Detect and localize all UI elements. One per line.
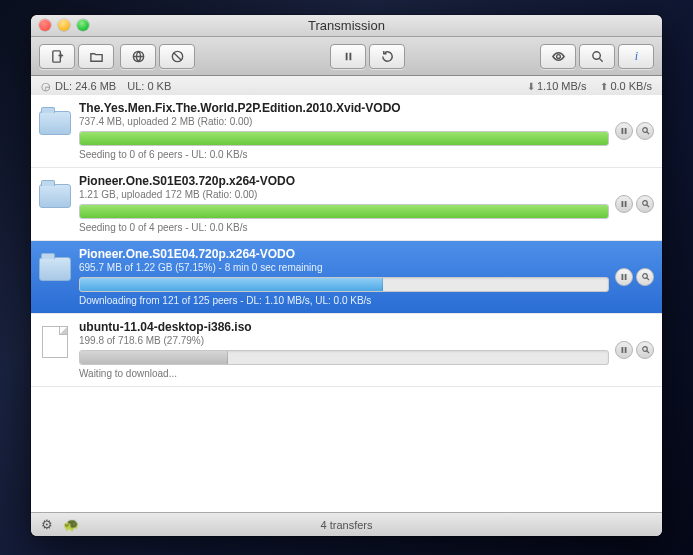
- svg-line-15: [646, 132, 648, 134]
- torrent-row[interactable]: ubuntu-11.04-desktop-i386.iso199.8 of 71…: [31, 314, 662, 387]
- svg-point-14: [642, 128, 647, 133]
- svg-rect-20: [622, 274, 624, 280]
- reveal-button[interactable]: [636, 195, 654, 213]
- close-button[interactable]: [39, 19, 51, 31]
- pause-button[interactable]: [615, 195, 633, 213]
- torrent-status: Downloading from 121 of 125 peers - DL: …: [79, 295, 609, 306]
- svg-line-23: [646, 278, 648, 280]
- progress-bar: [79, 350, 609, 365]
- reveal-button[interactable]: [636, 122, 654, 140]
- row-controls: [615, 195, 654, 213]
- progress-fill: [80, 132, 609, 145]
- stats-bar: ◶ DL: 24.6 MB UL: 0 KB ⬇1.10 MB/s ⬆0.0 K…: [31, 76, 662, 97]
- torrent-subtitle: 695.7 MB of 1.22 GB (57.15%) - 8 min 0 s…: [79, 262, 609, 273]
- folder-icon: [39, 111, 71, 135]
- torrent-list[interactable]: The.Yes.Men.Fix.The.World.P2P.Edition.20…: [31, 95, 662, 513]
- pause-button[interactable]: [615, 268, 633, 286]
- open-url-button[interactable]: [120, 44, 156, 69]
- torrent-body: The.Yes.Men.Fix.The.World.P2P.Edition.20…: [79, 101, 609, 160]
- progress-fill: [80, 351, 228, 364]
- row-controls: [615, 341, 654, 359]
- zoom-button[interactable]: [77, 19, 89, 31]
- svg-rect-21: [625, 274, 627, 280]
- svg-rect-17: [625, 201, 627, 207]
- torrent-status: Waiting to download...: [79, 368, 609, 379]
- svg-rect-7: [349, 52, 351, 60]
- torrent-row[interactable]: The.Yes.Men.Fix.The.World.P2P.Edition.20…: [31, 95, 662, 168]
- traffic-lights: [39, 19, 89, 31]
- open-file-button[interactable]: [78, 44, 114, 69]
- create-torrent-button[interactable]: [39, 44, 75, 69]
- torrent-icon: [39, 107, 71, 139]
- torrent-title: Pioneer.One.S01E03.720p.x264-VODO: [79, 174, 609, 188]
- transfer-count: 4 transfers: [31, 519, 662, 531]
- titlebar[interactable]: Transmission: [31, 15, 662, 37]
- ul-total: UL: 0 KB: [127, 80, 171, 92]
- progress-bar: [79, 277, 609, 292]
- up-arrow-icon: ⬆: [600, 81, 608, 92]
- svg-text:i: i: [634, 49, 638, 63]
- toolbar: i: [31, 37, 662, 76]
- svg-point-18: [642, 201, 647, 206]
- row-controls: [615, 268, 654, 286]
- torrent-subtitle: 1.21 GB, uploaded 172 MB (Ratio: 0.00): [79, 189, 609, 200]
- torrent-row[interactable]: Pioneer.One.S01E03.720p.x264-VODO1.21 GB…: [31, 168, 662, 241]
- svg-rect-16: [622, 201, 624, 207]
- resume-all-button[interactable]: [369, 44, 405, 69]
- down-arrow-icon: ⬇: [527, 81, 535, 92]
- svg-point-9: [592, 51, 600, 59]
- svg-line-10: [599, 58, 602, 61]
- torrent-status: Seeding to 0 of 4 peers - UL: 0.0 KB/s: [79, 222, 609, 233]
- dl-total: DL: 24.6 MB: [55, 80, 116, 92]
- svg-rect-12: [622, 128, 624, 134]
- bottom-bar: ⚙ 🐢 4 transfers: [31, 512, 662, 536]
- torrent-title: Pioneer.One.S01E04.720p.x264-VODO: [79, 247, 609, 261]
- torrent-title: ubuntu-11.04-desktop-i386.iso: [79, 320, 609, 334]
- progress-fill: [80, 205, 609, 218]
- progress-bar: [79, 204, 609, 219]
- svg-point-26: [642, 347, 647, 352]
- svg-rect-24: [622, 347, 624, 353]
- torrent-body: Pioneer.One.S01E04.720p.x264-VODO695.7 M…: [79, 247, 609, 306]
- svg-line-19: [646, 205, 648, 207]
- file-icon: [42, 326, 68, 358]
- app-window: Transmission i ◶ DL: 24.6 MB UL: 0 KB ⬇1…: [31, 15, 662, 536]
- torrent-body: Pioneer.One.S01E03.720p.x264-VODO1.21 GB…: [79, 174, 609, 233]
- torrent-icon: [39, 253, 71, 285]
- ul-rate: ⬆0.0 KB/s: [600, 80, 652, 92]
- svg-rect-0: [52, 50, 60, 61]
- reveal-button[interactable]: [636, 268, 654, 286]
- filter-button[interactable]: [579, 44, 615, 69]
- pause-button[interactable]: [615, 341, 633, 359]
- window-title: Transmission: [308, 18, 385, 33]
- torrent-status: Seeding to 0 of 6 peers - UL: 0.0 KB/s: [79, 149, 609, 160]
- folder-icon: [39, 257, 71, 281]
- svg-point-22: [642, 274, 647, 279]
- torrent-body: ubuntu-11.04-desktop-i386.iso199.8 of 71…: [79, 320, 609, 379]
- svg-line-5: [173, 52, 180, 59]
- folder-icon: [39, 184, 71, 208]
- pause-all-button[interactable]: [330, 44, 366, 69]
- svg-rect-6: [345, 52, 347, 60]
- torrent-icon: [39, 326, 71, 358]
- svg-rect-25: [625, 347, 627, 353]
- row-controls: [615, 122, 654, 140]
- svg-line-27: [646, 351, 648, 353]
- progress-bar: [79, 131, 609, 146]
- inspector-button[interactable]: i: [618, 44, 654, 69]
- svg-rect-13: [625, 128, 627, 134]
- reveal-button[interactable]: [636, 341, 654, 359]
- ratio-icon: ◶: [41, 80, 51, 93]
- svg-point-8: [556, 54, 560, 58]
- torrent-title: The.Yes.Men.Fix.The.World.P2P.Edition.20…: [79, 101, 609, 115]
- torrent-row[interactable]: Pioneer.One.S01E04.720p.x264-VODO695.7 M…: [31, 241, 662, 314]
- minimize-button[interactable]: [58, 19, 70, 31]
- pause-button[interactable]: [615, 122, 633, 140]
- torrent-subtitle: 737.4 MB, uploaded 2 MB (Ratio: 0.00): [79, 116, 609, 127]
- torrent-subtitle: 199.8 of 718.6 MB (27.79%): [79, 335, 609, 346]
- quicklook-button[interactable]: [540, 44, 576, 69]
- torrent-icon: [39, 180, 71, 212]
- dl-rate: ⬇1.10 MB/s: [527, 80, 587, 92]
- progress-fill: [80, 278, 383, 291]
- remove-button[interactable]: [159, 44, 195, 69]
